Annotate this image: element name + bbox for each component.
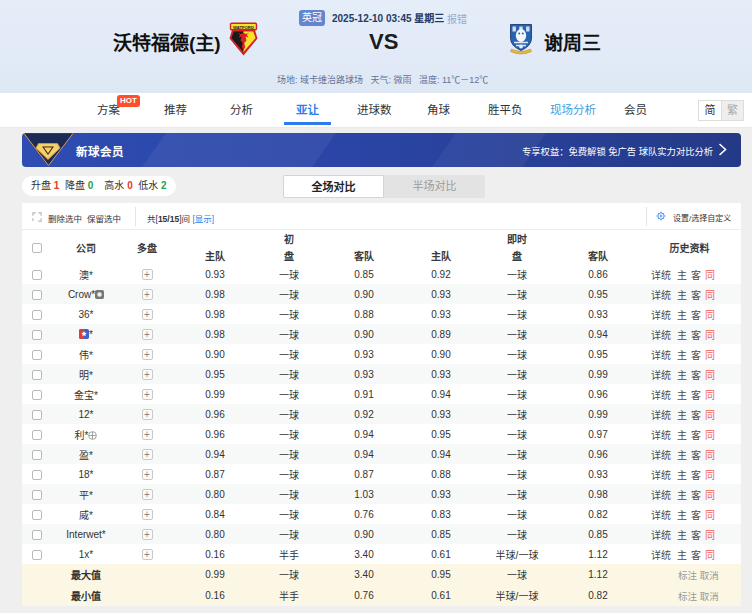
- svg-text:WATFORD: WATFORD: [233, 25, 254, 30]
